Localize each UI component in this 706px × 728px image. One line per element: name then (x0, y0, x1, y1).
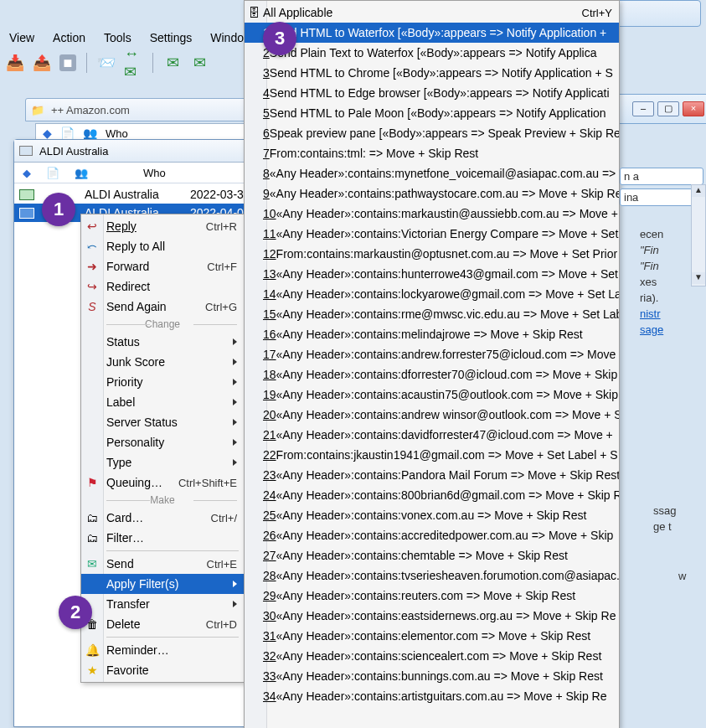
scroll-up-icon[interactable]: ▲ (692, 185, 705, 197)
menu-redirect[interactable]: ↪ Redirect (81, 276, 244, 297)
mail-open-icon[interactable]: 📨 (97, 54, 116, 72)
filter-index: 21 (263, 428, 276, 441)
filter-item[interactable]: 13 «Any Header»:contains:hunterrowe43@gm… (245, 264, 619, 284)
menu-server-status[interactable]: Server Status (81, 412, 244, 432)
menu-apply-filters[interactable]: Apply Filter(s) (81, 574, 244, 594)
frag-link[interactable]: nistr (640, 307, 661, 320)
menu-forward[interactable]: ➜ Forward Ctrl+F (81, 256, 244, 276)
filter-label: «Any Header»:contains:chemtable => Move … (276, 549, 568, 562)
filter-item[interactable]: 4 Send HTML to Edge browser [«Body»:appe… (245, 83, 619, 103)
menu-reply[interactable]: ↩ Reply Ctrl+R (81, 216, 244, 236)
filter-item[interactable]: 15 «Any Header»:contains:rme@mwsc.vic.ed… (245, 304, 619, 324)
filter-item[interactable]: 33 «Any Header»:contains:bunnings.com.au… (245, 666, 619, 686)
menu-personality[interactable]: Personality (81, 432, 244, 452)
filter-item[interactable]: 31 «Any Header»:contains:elementor.com =… (245, 626, 619, 646)
filter-item[interactable]: 29 «Any Header»:contains:reuters.com => … (245, 586, 619, 606)
menu-favorite[interactable]: ★ Favorite (81, 660, 244, 680)
filter-index: 33 (263, 669, 276, 683)
frag-text: ssag (653, 503, 703, 519)
menu-label[interactable]: Label (81, 392, 244, 412)
window-minimize-icon[interactable]: – (632, 101, 654, 116)
inbox-icon[interactable]: 📥 (6, 54, 24, 72)
scroll-down-icon[interactable]: ▼ (692, 272, 705, 284)
menu-junk-score[interactable]: Junk Score (81, 352, 244, 372)
attachment-col-icon[interactable]: 📄 (46, 167, 59, 179)
filter-item[interactable]: 14 «Any Header»:contains:lockyarowe@gmai… (245, 284, 619, 304)
filter-item[interactable]: 27 «Any Header»:contains:chemtable => Mo… (245, 545, 619, 565)
menu-send-again[interactable]: S Send Again Ctrl+G (81, 297, 244, 317)
filter-item[interactable]: 16 «Any Header»:contains:melindajrowe =>… (245, 324, 619, 344)
menu-reply-all[interactable]: ⤺ Reply to All (81, 236, 244, 256)
menu-delete[interactable]: 🗑 Delete Ctrl+D (81, 614, 244, 634)
column-who[interactable]: Who (143, 167, 166, 179)
menu-card[interactable]: 🗂 Card… Ctrl+/ (81, 508, 244, 528)
filter-item[interactable]: 22 From:contains:jkaustin1941@gmail.com … (245, 445, 619, 465)
envelope-a-icon[interactable]: ✉ (163, 54, 182, 72)
filter-item[interactable]: 5 Send HTML to Pale Moon [«Body»:appears… (245, 103, 619, 123)
filter-item[interactable]: 8 «Any Header»:contains:mynetfone_voicem… (245, 163, 619, 183)
outbox-icon[interactable]: 📤 (33, 54, 51, 72)
filter-item[interactable]: 1 Send HTML to Waterfox [«Body»:appears … (245, 23, 619, 43)
filter-item[interactable]: 18 «Any Header»:contains:dforrester70@ic… (245, 364, 619, 385)
filter-label: «Any Header»:contains:markaustin@aussieb… (276, 207, 620, 220)
menu-queuing[interactable]: ⚑ Queuing… Ctrl+Shift+E (81, 472, 244, 493)
menu-label: Server Status (106, 416, 178, 429)
menu-settings[interactable]: Settings (147, 29, 196, 46)
menu-label: Junk Score (106, 355, 165, 369)
menu-send[interactable]: ✉ Send Ctrl+E (81, 554, 244, 574)
filter-item[interactable]: 10 «Any Header»:contains:markaustin@auss… (245, 204, 619, 224)
filter-label: «Any Header»:contains:reuters.com => Mov… (276, 589, 576, 602)
frag-text: "Fin (640, 242, 690, 258)
filter-item[interactable]: 32 «Any Header»:contains:sciencealert.co… (245, 646, 619, 666)
menu-type[interactable]: Type (81, 452, 244, 472)
menu-tools[interactable]: Tools (100, 29, 135, 46)
menu-reminder[interactable]: 🔔 Reminder… (81, 640, 244, 660)
filter-all-applicable[interactable]: 🗄 All Applicable Ctrl+Y (245, 3, 619, 23)
menu-status[interactable]: Status (81, 332, 244, 352)
window-maximize-icon[interactable]: ▢ (657, 101, 679, 116)
filter-item[interactable]: 2 Send Plain Text to Waterfox [«Body»:ap… (245, 43, 619, 63)
filter-item[interactable]: 24 «Any Header»:contains:800brian6d@gmai… (245, 485, 619, 505)
filter-item[interactable]: 12 From:contains:markaustin@optusnet.com… (245, 244, 619, 264)
filter-item[interactable]: 26 «Any Header»:contains:accreditedpower… (245, 525, 619, 545)
stop-icon[interactable]: ■ (59, 54, 76, 71)
menu-label: Queuing… (106, 476, 162, 489)
filter-item[interactable]: 23 «Any Header»:contains:Pandora Mail Fo… (245, 465, 619, 485)
menu-view[interactable]: View (6, 29, 38, 46)
menu-transfer[interactable]: Transfer (81, 594, 244, 614)
filter-item[interactable]: 11 «Any Header»:contains:Victorian Energ… (245, 224, 619, 244)
filter-item[interactable]: 20 «Any Header»:contains:andrew winsor@o… (245, 405, 619, 425)
submenu-arrow-icon (233, 399, 237, 405)
submenu-arrow-icon (233, 359, 237, 365)
filter-label: «Any Header»:contains:eastsidernews.org.… (276, 609, 616, 622)
filter-item[interactable]: 34 «Any Header»:contains:artistguitars.c… (245, 686, 619, 706)
filter-item[interactable]: 25 «Any Header»:contains:vonex.com.au =>… (245, 505, 619, 525)
frag-link[interactable]: sage (640, 323, 663, 336)
indicator-diamond-icon[interactable]: ◆ (23, 167, 31, 179)
filter-item[interactable]: 19 «Any Header»:contains:acaustin75@outl… (245, 385, 619, 405)
filter-item[interactable]: 9 «Any Header»:contains:pathwaystocare.c… (245, 183, 619, 204)
filter-index: 26 (263, 529, 276, 542)
mail-unread-icon (19, 208, 34, 219)
envelope-b-icon[interactable]: ✉ (190, 54, 209, 72)
window-close-icon[interactable]: × (683, 101, 704, 116)
filter-index: 28 (263, 569, 276, 582)
menu-filter[interactable]: 🗂 Filter… (81, 528, 244, 548)
filter-item[interactable]: 7 From:contains:tml: => Move + Skip Rest (245, 143, 619, 163)
menu-priority[interactable]: Priority (81, 372, 244, 392)
filter-index: 27 (263, 549, 276, 562)
filter-item[interactable]: 17 «Any Header»:contains:andrew.forreste… (245, 344, 619, 364)
mail-exchange-icon[interactable]: ↔✉ (124, 54, 142, 72)
filter-label: Send HTML to Waterfox [«Body»:appears =>… (270, 26, 606, 39)
filter-label: «Any Header»:contains:sciencealert.com =… (276, 649, 602, 663)
contacts-col-icon[interactable]: 👥 (75, 167, 88, 179)
filter-item[interactable]: 6 Speak preview pane [«Body»:appears => … (245, 123, 619, 143)
filter-item[interactable]: 28 «Any Header»:contains:tvseriesheaven.… (245, 565, 619, 586)
filter-item[interactable]: 21 «Any Header»:contains:davidforrester4… (245, 425, 619, 445)
filter-item[interactable]: 3 Send HTML to Chrome [«Body»:appears =>… (245, 63, 619, 83)
vertical-scrollbar[interactable]: ▲ ▼ (691, 184, 706, 287)
filter-label: «Any Header»:contains:artistguitars.com.… (276, 689, 607, 703)
menu-action[interactable]: Action (49, 29, 89, 46)
filter-item[interactable]: 30 «Any Header»:contains:eastsidernews.o… (245, 606, 619, 626)
menu-label: Send Again (106, 300, 167, 313)
